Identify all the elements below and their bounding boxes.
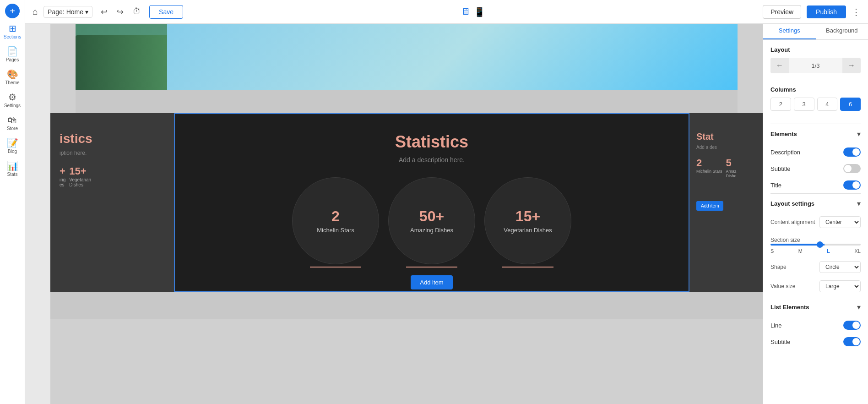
list-elements-collapse-icon: ▾ bbox=[857, 303, 861, 311]
page-selector[interactable]: Page: Home ▾ bbox=[43, 6, 92, 18]
toggle-title-label: Title bbox=[770, 182, 781, 189]
stat-left-item-2: 15+ Vegetarian Dishes bbox=[69, 165, 91, 187]
size-s: S bbox=[770, 248, 774, 254]
sidebar-item-stats[interactable]: 📊 Stats bbox=[0, 158, 25, 180]
col-btn-6[interactable]: 6 bbox=[840, 98, 861, 111]
sidebar-item-settings[interactable]: ⚙ Settings bbox=[0, 89, 25, 112]
layout-position: 1/3 bbox=[789, 62, 842, 69]
size-xl: XL bbox=[855, 248, 861, 254]
elements-title: Elements bbox=[770, 131, 797, 137]
stats-right-title: Stat bbox=[696, 131, 756, 142]
col-btn-2[interactable]: 2 bbox=[770, 98, 791, 111]
content-alignment-select[interactable]: Center Left Right bbox=[819, 216, 861, 228]
canvas-scroll-area[interactable]: istics iption here. + ing es 15+ Vegetar… bbox=[50, 24, 763, 404]
left-sidebar: + ⊞ Sections 📄 Pages 🎨 Theme ⚙ Settings … bbox=[0, 0, 25, 404]
layout-prev-button[interactable]: ← bbox=[770, 58, 789, 73]
layout-next-button[interactable]: → bbox=[842, 58, 861, 73]
stats-left-desc: iption here. bbox=[60, 150, 165, 156]
beach-decoration bbox=[167, 24, 738, 90]
desktop-icon[interactable]: 🖥 bbox=[461, 6, 470, 17]
toggle-line-label: Line bbox=[770, 322, 782, 329]
theme-icon: 🎨 bbox=[7, 70, 18, 79]
device-toggle-group: 🖥 📱 bbox=[461, 6, 485, 17]
sidebar-label-sections: Sections bbox=[4, 34, 21, 39]
toggle-subtitle2[interactable] bbox=[843, 337, 861, 346]
image-section[interactable] bbox=[76, 24, 738, 90]
layout-settings-header[interactable]: Layout settings ▾ bbox=[763, 194, 868, 213]
stats-right-nums: 2 Michelin Stars 5 Amaz Dishe bbox=[696, 157, 756, 178]
layout-section-title: Layout bbox=[770, 46, 861, 53]
home-button[interactable]: ⌂ bbox=[33, 6, 38, 17]
stat-card-dishes[interactable]: 50+ Amazing Dishes bbox=[388, 177, 475, 264]
tab-background[interactable]: Background bbox=[816, 22, 868, 39]
col-btn-3[interactable]: 3 bbox=[794, 98, 814, 111]
redo-button[interactable]: ↪ bbox=[114, 5, 126, 19]
statistics-description: Add a description here. bbox=[399, 156, 465, 164]
toggle-description[interactable] bbox=[843, 147, 861, 157]
toggle-subtitle[interactable] bbox=[843, 164, 861, 173]
save-button[interactable]: Save bbox=[149, 5, 183, 19]
statistics-title: Statistics bbox=[395, 132, 468, 152]
stat-right-item-1: 2 Michelin Stars bbox=[696, 157, 722, 178]
toggle-line-row: Line bbox=[763, 317, 868, 333]
page-label: Page: bbox=[48, 8, 65, 16]
section-size-slider[interactable] bbox=[770, 244, 861, 246]
publish-button[interactable]: Publish bbox=[807, 5, 846, 18]
elements-header[interactable]: Elements ▾ bbox=[763, 124, 868, 144]
toggle-subtitle-row: Subtitle bbox=[763, 160, 868, 177]
tab-settings[interactable]: Settings bbox=[763, 22, 816, 39]
stat-label-dishes: Amazing Dishes bbox=[410, 227, 453, 234]
stats-left-peek: istics iption here. + ing es 15+ Vegetar… bbox=[50, 113, 174, 292]
size-options: S M L XL bbox=[770, 248, 861, 254]
toggle-title[interactable] bbox=[843, 180, 861, 190]
value-size-select[interactable]: Large Small Medium bbox=[819, 280, 861, 292]
toggle-line[interactable] bbox=[843, 321, 861, 330]
add-section-button[interactable]: + bbox=[5, 4, 20, 18]
sidebar-item-store[interactable]: 🛍 Store bbox=[0, 112, 25, 135]
sidebar-item-pages[interactable]: 📄 Pages bbox=[0, 43, 25, 66]
blog-icon: 📝 bbox=[7, 138, 18, 147]
image-section-inner bbox=[76, 24, 738, 90]
toggle-subtitle2-label: Subtitle bbox=[770, 338, 790, 345]
sections-icon: ⊞ bbox=[9, 24, 16, 33]
shape-label: Shape bbox=[770, 264, 787, 270]
toggle-subtitle-label: Subtitle bbox=[770, 165, 790, 172]
col-btn-4[interactable]: 4 bbox=[817, 98, 838, 111]
toggle-description-row: Description bbox=[763, 144, 868, 160]
stat-right-item-2: 5 Amaz Dishe bbox=[726, 157, 737, 178]
pages-icon: 📄 bbox=[7, 47, 18, 56]
statistics-main-section[interactable]: Statistics Add a description here. 2 Mic… bbox=[174, 113, 689, 292]
sidebar-label-stats: Stats bbox=[7, 172, 18, 177]
sidebar-item-theme[interactable]: 🎨 Theme bbox=[0, 66, 25, 89]
gray-divider-section bbox=[76, 90, 738, 113]
shape-select[interactable]: Circle Square None bbox=[819, 261, 861, 273]
right-panel: Statistics Settings Background Layout ← … bbox=[763, 0, 868, 404]
mobile-icon[interactable]: 📱 bbox=[474, 6, 485, 17]
stat-left-item-1: + ing es bbox=[60, 165, 65, 187]
list-elements-header[interactable]: List Elements ▾ bbox=[763, 297, 868, 317]
list-elements-title: List Elements bbox=[770, 304, 809, 311]
add-item-button[interactable]: Add item bbox=[411, 275, 452, 289]
stat-card-michelin[interactable]: 2 Michelin Stars bbox=[292, 177, 379, 264]
preview-button[interactable]: Preview bbox=[763, 5, 801, 19]
stats-icon: 📊 bbox=[7, 161, 18, 170]
toggle-title-row: Title bbox=[763, 177, 868, 193]
stats-left-title: istics bbox=[60, 131, 165, 146]
history-button[interactable]: ⏱ bbox=[130, 5, 144, 19]
statistics-section-container: istics iption here. + ing es 15+ Vegetar… bbox=[50, 113, 763, 292]
section-size-thumb bbox=[817, 241, 823, 248]
settings-icon: ⚙ bbox=[8, 93, 16, 102]
palm-tree-decoration bbox=[76, 35, 167, 90]
section-size-row: Section size S M L XL bbox=[763, 233, 868, 258]
undo-button[interactable]: ↩ bbox=[98, 5, 110, 19]
add-icon: + bbox=[10, 6, 15, 16]
sidebar-item-blog[interactable]: 📝 Blog bbox=[0, 135, 25, 158]
size-l: L bbox=[827, 248, 830, 254]
page-name: Home bbox=[66, 8, 83, 16]
more-options-button[interactable]: ⋮ bbox=[852, 6, 861, 17]
stat-card-veg[interactable]: 15+ Vegetarian Dishes bbox=[484, 177, 571, 264]
sidebar-item-sections[interactable]: ⊞ Sections bbox=[0, 20, 25, 43]
statistics-cards: 2 Michelin Stars 50+ Amazing Dishes 15+ … bbox=[292, 177, 571, 264]
layout-nav: ← 1/3 → bbox=[770, 58, 861, 73]
add-item-small-button[interactable]: Add item bbox=[696, 201, 723, 211]
